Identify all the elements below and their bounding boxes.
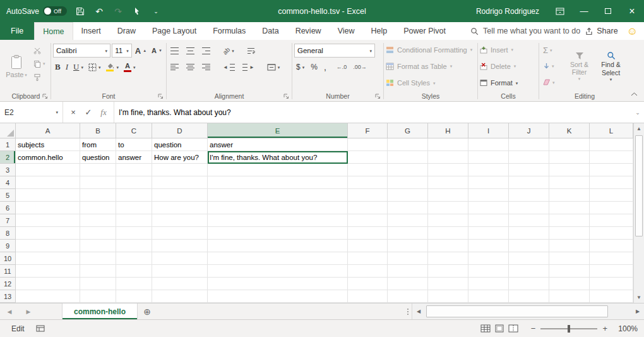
sort-filter-button[interactable]: Sort & Filter ▾: [564, 42, 594, 90]
cell-D8[interactable]: [152, 227, 208, 240]
cell-B12[interactable]: [80, 278, 116, 290]
delete-cells-button[interactable]: Delete▾: [480, 59, 537, 73]
cell-F1[interactable]: [348, 138, 388, 151]
cell-H5[interactable]: [428, 189, 468, 202]
cell-F8[interactable]: [348, 227, 388, 240]
cell-B11[interactable]: [80, 265, 116, 278]
cell-L13[interactable]: [590, 290, 633, 303]
cell-I11[interactable]: [468, 265, 509, 278]
scroll-down-icon[interactable]: ▼: [634, 292, 644, 303]
cell-E9[interactable]: [208, 240, 348, 252]
cell-C12[interactable]: [116, 278, 152, 290]
feedback-smiley-icon[interactable]: ☺: [627, 26, 638, 37]
cell-A13[interactable]: [16, 290, 80, 303]
format-cells-button[interactable]: Format▾: [480, 77, 537, 90]
font-dialog-launcher-icon[interactable]: [158, 94, 164, 99]
font-color-button[interactable]: A ▾: [122, 61, 138, 74]
row-header-11[interactable]: 11: [0, 265, 16, 278]
cell-H10[interactable]: [428, 252, 468, 265]
cell-J10[interactable]: [509, 252, 549, 265]
cell-F4[interactable]: [348, 176, 388, 189]
horizontal-scroll-thumb[interactable]: [426, 305, 608, 317]
cell-A11[interactable]: [16, 265, 80, 278]
number-format-combo[interactable]: General▾: [294, 44, 375, 58]
scroll-right-icon[interactable]: ▶: [631, 309, 644, 314]
cell-B5[interactable]: [80, 189, 116, 202]
cell-J3[interactable]: [509, 164, 549, 176]
cell-L11[interactable]: [590, 265, 633, 278]
cell-B10[interactable]: [80, 252, 116, 265]
cell-H13[interactable]: [428, 290, 468, 303]
row-header-12[interactable]: 12: [0, 278, 16, 290]
cell-J7[interactable]: [509, 214, 549, 227]
cell-K12[interactable]: [549, 278, 590, 290]
sheet-nav-right-icon[interactable]: ▶: [19, 303, 38, 319]
customize-qat-chevron-icon[interactable]: ⌄: [150, 4, 162, 19]
alignment-dialog-launcher-icon[interactable]: [283, 94, 289, 99]
cell-L5[interactable]: [590, 189, 633, 202]
cell-I6[interactable]: [468, 202, 509, 214]
cell-C6[interactable]: [116, 202, 152, 214]
cell-K3[interactable]: [549, 164, 590, 176]
cell-C3[interactable]: [116, 164, 152, 176]
redo-icon[interactable]: ↷: [112, 4, 124, 19]
cell-I1[interactable]: [468, 138, 509, 151]
cell-L7[interactable]: [590, 214, 633, 227]
cell-K11[interactable]: [549, 265, 590, 278]
cell-D13[interactable]: [152, 290, 208, 303]
cell-F13[interactable]: [348, 290, 388, 303]
zoom-slider-knob[interactable]: [568, 325, 570, 333]
column-header-F[interactable]: F: [348, 123, 388, 138]
cell-D11[interactable]: [152, 265, 208, 278]
cell-H9[interactable]: [428, 240, 468, 252]
zoom-out-icon[interactable]: −: [531, 324, 536, 333]
cell-I9[interactable]: [468, 240, 509, 252]
cell-D7[interactable]: [152, 214, 208, 227]
cell-D9[interactable]: [152, 240, 208, 252]
tab-help[interactable]: Help: [363, 22, 396, 40]
tell-me-search[interactable]: Tell me what you want to do: [470, 22, 580, 40]
zoom-in-icon[interactable]: +: [602, 324, 607, 333]
cell-L4[interactable]: [590, 176, 633, 189]
cell-F2[interactable]: [348, 151, 388, 164]
touch-mode-icon[interactable]: [131, 4, 143, 19]
cell-K13[interactable]: [549, 290, 590, 303]
ribbon-display-options-icon[interactable]: [548, 0, 572, 22]
collapse-ribbon-icon[interactable]: [631, 87, 638, 99]
vertical-scroll-thumb[interactable]: [635, 135, 643, 236]
middle-align-button[interactable]: [184, 44, 196, 58]
cell-I12[interactable]: [468, 278, 509, 290]
find-select-button[interactable]: Find & Select ▾: [596, 42, 626, 90]
page-break-preview-icon[interactable]: [508, 324, 518, 333]
cell-H12[interactable]: [428, 278, 468, 290]
column-header-I[interactable]: I: [468, 123, 509, 138]
bottom-align-button[interactable]: [200, 44, 212, 58]
cut-button[interactable]: [32, 44, 47, 57]
conditional-formatting-button[interactable]: Conditional Formatting▾: [386, 43, 475, 56]
horizontal-scroll-track[interactable]: [425, 303, 631, 319]
cell-styles-button[interactable]: Cell Styles▾: [386, 77, 475, 90]
cell-I13[interactable]: [468, 290, 509, 303]
format-painter-button[interactable]: [32, 70, 47, 83]
tab-formulas[interactable]: Formulas: [205, 22, 254, 40]
zoom-slider[interactable]: [540, 328, 597, 329]
cell-E13[interactable]: [208, 290, 348, 303]
expand-formula-bar-icon[interactable]: ⌄: [631, 102, 644, 123]
cell-B8[interactable]: [80, 227, 116, 240]
cell-A4[interactable]: [16, 176, 80, 189]
tab-view[interactable]: View: [330, 22, 363, 40]
autosum-button[interactable]: Σ▾: [541, 44, 563, 57]
cell-I3[interactable]: [468, 164, 509, 176]
share-button[interactable]: Share: [585, 27, 617, 35]
row-header-4[interactable]: 4: [0, 176, 16, 189]
cell-B7[interactable]: [80, 214, 116, 227]
column-header-L[interactable]: L: [590, 123, 633, 138]
cell-C1[interactable]: to: [116, 138, 152, 151]
cell-G8[interactable]: [388, 227, 428, 240]
tab-page-layout[interactable]: Page Layout: [144, 22, 205, 40]
decrease-indent-button[interactable]: ◄: [221, 61, 237, 74]
cell-B9[interactable]: [80, 240, 116, 252]
copy-button[interactable]: ▾: [32, 57, 47, 70]
cell-C13[interactable]: [116, 290, 152, 303]
cell-E1[interactable]: answer: [208, 138, 348, 151]
